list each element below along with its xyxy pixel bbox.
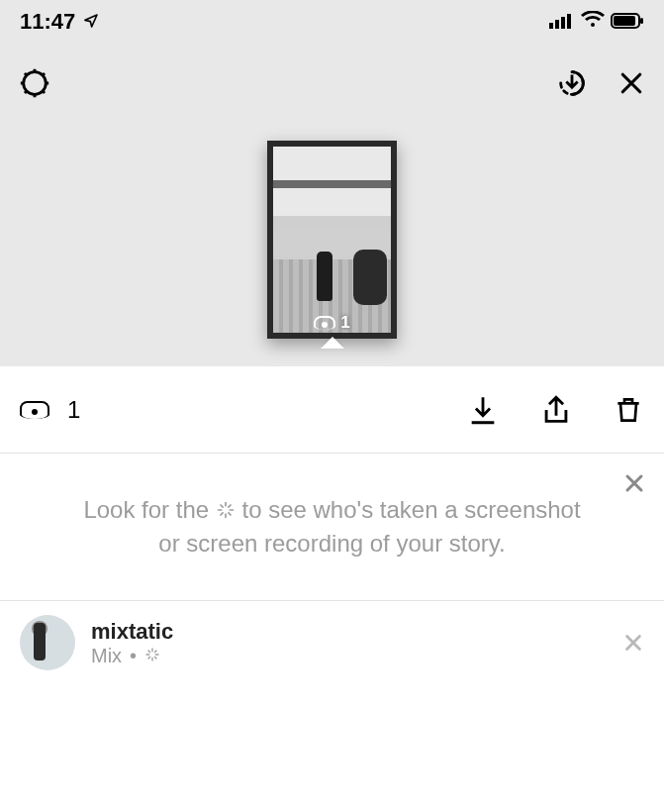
story-action-bar: 1 [0,366,664,454]
viewer-separator: • [130,645,137,667]
close-icon [622,471,646,495]
download-icon [466,393,500,427]
story-viewer-header: 1 [0,44,664,366]
svg-rect-3 [567,14,571,29]
viewer-username: mixtatic [91,619,173,645]
share-button[interactable] [539,393,573,427]
story-thumbnail-image [267,141,397,339]
svg-rect-5 [614,16,635,26]
tip-text-before: Look for the [83,496,209,523]
svg-rect-0 [549,23,553,29]
close-icon [622,632,644,654]
gear-icon [18,66,51,100]
eye-icon [314,316,335,330]
status-bar: 11:47 [0,0,664,44]
eye-icon [20,401,49,419]
sparkle-icon [144,645,160,667]
share-icon [539,393,573,427]
battery-icon [611,9,644,35]
download-button[interactable] [466,393,500,427]
close-button[interactable] [617,68,646,98]
wifi-icon [581,9,605,35]
cellular-icon [549,9,575,35]
thumbnail-views-overlay: 1 [267,313,397,333]
delete-button[interactable] [613,393,644,427]
selection-pointer [321,337,344,349]
sparkle-icon [216,498,242,525]
save-story-button[interactable] [555,66,589,100]
views-count-value: 1 [67,396,80,424]
hide-viewer-button[interactable] [622,632,644,654]
location-icon [83,9,99,35]
screenshot-tip-banner: Look for the to see who's taken a screen… [0,454,664,601]
story-thumbnail[interactable]: 1 [267,141,397,339]
status-time: 11:47 [20,9,75,35]
thumbnail-views-count: 1 [340,313,349,333]
viewer-row[interactable]: mixtatic Mix • [0,601,664,684]
svg-point-7 [24,72,47,95]
settings-button[interactable] [18,66,51,100]
svg-rect-2 [561,17,565,29]
views-counter[interactable]: 1 [20,396,80,424]
trash-icon [613,393,644,427]
avatar [20,615,75,670]
dismiss-tip-button[interactable] [622,471,646,495]
viewer-display-name: Mix [91,645,122,667]
svg-rect-1 [555,20,559,29]
svg-rect-6 [640,18,643,24]
download-circle-icon [555,66,589,100]
close-icon [617,68,646,98]
